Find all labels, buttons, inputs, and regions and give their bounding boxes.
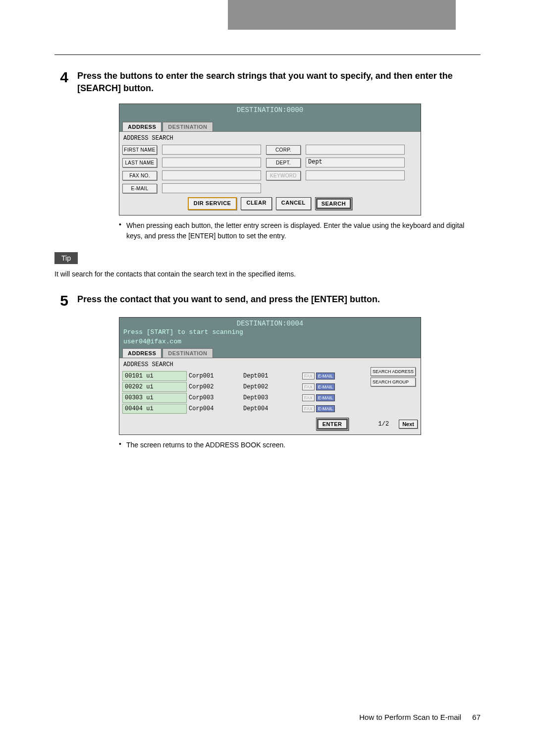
dept-button[interactable]: DEPT. — [266, 158, 301, 167]
tip-text: It will search for the contacts that con… — [54, 269, 535, 279]
row-id: 00101 ui — [122, 371, 187, 381]
panel2-header: DESTINATION:0004 — [119, 318, 421, 328]
panel2-sub2: user04@ifax.com — [119, 338, 421, 348]
search-button[interactable]: SEARCH — [315, 197, 352, 210]
row-id: 00303 ui — [122, 393, 187, 403]
row-dept: Dept002 — [241, 382, 301, 391]
panel2-tabs: ADDRESS DESTINATION — [119, 348, 421, 358]
bullet-1: • When pressing each button, the letter … — [119, 220, 481, 241]
side-buttons: SEARCH ADDRESS SEARCH GROUP — [371, 367, 416, 386]
clear-button[interactable]: CLEAR — [241, 197, 271, 210]
keyword-button[interactable]: KEYWORD — [266, 171, 301, 180]
email-chip[interactable]: E-MAIL — [316, 394, 335, 401]
panel1-tabs: ADDRESS DESTINATION — [119, 122, 421, 131]
dept-input[interactable]: Dept — [306, 158, 405, 167]
row-dept: Dept003 — [241, 393, 301, 402]
enter-button[interactable]: ENTER — [316, 418, 349, 431]
bullet-1-text: When pressing each button, the letter en… — [126, 220, 481, 241]
fax-no-input[interactable] — [162, 170, 261, 180]
first-name-button[interactable]: FIRST NAME — [122, 145, 157, 155]
dir-service-button[interactable]: DIR SERVICE — [188, 197, 237, 210]
tab-destination-2[interactable]: DESTINATION — [162, 348, 213, 358]
panel2-body: ADDRESS SEARCH 00101 ui Corp001 Dept001 … — [119, 358, 421, 434]
first-name-input[interactable] — [162, 145, 261, 155]
step-5-number: 5 — [54, 293, 68, 308]
corp-button[interactable]: CORP. — [266, 145, 301, 155]
bullet-dot-icon: • — [119, 220, 121, 241]
panel2-sub1: Press [START] to start scanning — [119, 328, 421, 338]
next-button[interactable]: Next — [399, 420, 418, 429]
page-content-2: 5 Press the contact that you want to sen… — [0, 293, 535, 450]
bullet-2: • The screen returns to the ADDRESS BOOK… — [119, 440, 481, 450]
step-4: 4 Press the buttons to enter the search … — [54, 70, 481, 95]
tab-destination[interactable]: DESTINATION — [162, 122, 213, 131]
page-footer: How to Perform Scan to E-mail 67 — [0, 713, 535, 741]
screenshot-2-wrap: DESTINATION:0004 Press [START] to start … — [119, 317, 481, 435]
tip-label: Tip — [54, 252, 78, 264]
header-gray-block — [228, 0, 456, 30]
row-id: 00404 ui — [122, 404, 187, 414]
results-panel: DESTINATION:0004 Press [START] to start … — [119, 317, 421, 435]
row-dept: Dept004 — [241, 404, 301, 413]
footer-page: 67 — [472, 713, 481, 721]
panel1-header: DESTINATION:0000 — [119, 104, 421, 122]
step-4-title: Press the buttons to enter the search st… — [77, 70, 481, 95]
fax-chip[interactable]: FAX — [302, 405, 315, 412]
tab-address-2[interactable]: ADDRESS — [122, 348, 161, 358]
footer-text: How to Perform Scan to E-mail — [359, 713, 461, 721]
fax-chip[interactable]: FAX — [302, 394, 315, 401]
screenshot-1-wrap: DESTINATION:0000 ADDRESS DESTINATION ADD… — [119, 104, 481, 216]
bullet-dot-icon: • — [119, 440, 121, 450]
panel1-subhead: ADDRESS SEARCH — [122, 134, 418, 145]
step-4-number: 4 — [54, 70, 68, 85]
row-corp: Corp001 — [187, 372, 241, 380]
result-row[interactable]: 00404 ui Corp004 Dept004 FAX E-MAIL — [122, 404, 418, 414]
panel1-buttonbar: DIR SERVICE CLEAR CANCEL SEARCH — [122, 197, 418, 210]
page-content: 4 Press the buttons to enter the search … — [0, 55, 535, 241]
fax-chip[interactable]: FAX — [302, 383, 315, 390]
email-input[interactable] — [162, 183, 261, 193]
row-corp: Corp003 — [187, 393, 241, 402]
panel1-body: ADDRESS SEARCH FIRST NAME CORP. LAST NAM… — [119, 131, 421, 215]
search-grid: FIRST NAME CORP. LAST NAME DEPT. Dept FA… — [122, 145, 418, 193]
tab-address[interactable]: ADDRESS — [122, 122, 161, 131]
last-name-input[interactable] — [162, 158, 261, 167]
search-group-button[interactable]: SEARCH GROUP — [371, 378, 416, 386]
row-id: 00202 ui — [122, 382, 187, 392]
page-indicator: 1/2 — [378, 421, 389, 428]
panel2-bottombar: ENTER 1/2 Next — [122, 418, 418, 431]
row-dept: Dept001 — [241, 372, 301, 380]
keyword-input[interactable] — [306, 170, 405, 180]
result-row[interactable]: 00303 ui Corp003 Dept003 FAX E-MAIL — [122, 393, 418, 403]
corp-input[interactable] — [306, 145, 405, 155]
search-address-button[interactable]: SEARCH ADDRESS — [371, 367, 416, 376]
step-5: 5 Press the contact that you want to sen… — [54, 293, 481, 308]
bullet-2-text: The screen returns to the ADDRESS BOOK s… — [126, 440, 481, 450]
row-corp: Corp004 — [187, 404, 241, 413]
step-5-title: Press the contact that you want to send,… — [77, 293, 380, 306]
email-chip[interactable]: E-MAIL — [316, 373, 335, 379]
email-button[interactable]: E-MAIL — [122, 184, 157, 193]
last-name-button[interactable]: LAST NAME — [122, 158, 157, 167]
fax-no-button[interactable]: FAX NO. — [122, 171, 157, 180]
email-chip[interactable]: E-MAIL — [316, 383, 335, 390]
cancel-button[interactable]: CANCEL — [276, 197, 311, 210]
address-search-panel: DESTINATION:0000 ADDRESS DESTINATION ADD… — [119, 104, 421, 216]
fax-chip[interactable]: FAX — [302, 373, 315, 379]
email-chip[interactable]: E-MAIL — [316, 405, 335, 412]
row-corp: Corp002 — [187, 382, 241, 391]
